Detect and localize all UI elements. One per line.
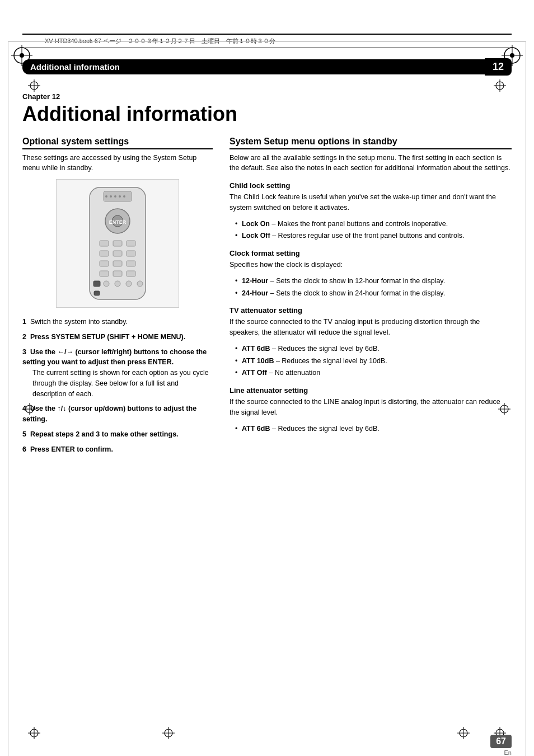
svg-point-65: [126, 281, 132, 287]
step-5-num: 5: [22, 430, 26, 438]
step-2-num: 2: [22, 333, 26, 341]
svg-rect-50: [100, 241, 109, 246]
svg-rect-52: [127, 241, 135, 246]
bullet-lock-on: Lock On – Makes the front panel buttons …: [235, 219, 512, 229]
section-header: Additional information 12: [22, 58, 512, 76]
bullet-line-att6db: ATT 6dB – Reduces the signal level by 6d…: [235, 424, 512, 434]
svg-point-42: [105, 195, 107, 198]
svg-rect-41: [104, 191, 132, 201]
step-1-num: 1: [22, 318, 26, 326]
step-4: 4 Use the ↑/↓ (cursor up/down) buttons t…: [22, 403, 213, 425]
svg-rect-59: [100, 271, 109, 276]
svg-rect-58: [127, 261, 135, 266]
svg-point-63: [104, 281, 109, 287]
svg-rect-62: [93, 281, 100, 287]
child-lock-body: The Child Lock feature is useful when yo…: [229, 192, 512, 213]
svg-point-64: [115, 281, 120, 287]
page: XV-HTD340.book 67 ページ ２００３年１２月２７日 土曜日 午前…: [0, 34, 534, 756]
svg-point-46: [123, 195, 125, 198]
clock-format-body: Specifies how the clock is displayed:: [229, 260, 512, 270]
step-1: 1 Switch the system into standby.: [22, 317, 213, 327]
bot-left-crosshair: [28, 727, 40, 739]
bullet-att6db: ATT 6dB – Reduces the signal level by 6d…: [235, 344, 512, 354]
step-6-num: 6: [22, 445, 26, 453]
line-att-title: Line attenuator setting: [229, 386, 512, 395]
chapter-label: Chapter 12: [22, 92, 512, 101]
svg-rect-56: [100, 261, 109, 266]
step-3-num: 3: [22, 348, 26, 356]
remote-control-svg: ENTER: [73, 185, 162, 302]
svg-rect-57: [113, 261, 122, 266]
step-6: 6 Press ENTER to confirm.: [22, 444, 213, 455]
section-header-label: Additional information: [22, 59, 485, 74]
corner-tl-decoration: [11, 45, 32, 66]
mid-right-crosshair: [498, 403, 510, 415]
header-text: XV-HTD340.book 67 ページ ２００３年１２月２７日 土曜日 午前…: [45, 37, 275, 44]
device-illustration: ENTER: [56, 179, 179, 308]
clock-format-bullets: 12-Hour – Sets the clock to show in 12-h…: [235, 276, 512, 299]
svg-point-43: [110, 195, 112, 198]
svg-rect-53: [100, 251, 109, 256]
tv-att-title: TV attenuator setting: [229, 306, 512, 314]
bullet-12hour: 12-Hour – Sets the clock to show in 12-h…: [235, 276, 512, 287]
page-lang: En: [490, 749, 512, 756]
svg-rect-54: [113, 251, 122, 256]
page-number: 67: [490, 735, 512, 748]
step-3-body: The current setting is shown for each op…: [22, 368, 213, 399]
step-2: 2 Press SYSTEM SETUP (SHIFT + HOME MENU)…: [22, 332, 213, 342]
svg-point-44: [114, 195, 116, 198]
step-5: 5 Repeat steps 2 and 3 to make other set…: [22, 429, 213, 440]
left-section-title: Optional system settings: [22, 137, 213, 149]
content-columns: Optional system settings These settings …: [22, 137, 512, 459]
bullet-att-off: ATT Off – No attenuation: [235, 368, 512, 378]
inner-tl-crosshair: [28, 79, 40, 92]
svg-rect-55: [127, 251, 135, 256]
left-column: Optional system settings These settings …: [22, 137, 213, 459]
bot-mid-left-crosshair: [162, 727, 175, 739]
corner-tr-decoration: [502, 45, 523, 66]
line-att-body: If the source connected to the LINE anal…: [229, 397, 512, 418]
left-section-intro: These settings are accessed by using the…: [22, 153, 213, 174]
bullet-24hour: 24-Hour – Sets the clock to show in 24-h…: [235, 288, 512, 299]
bullet-att10db: ATT 10dB – Reduces the signal level by 1…: [235, 356, 512, 367]
mid-left-crosshair: [24, 403, 36, 415]
page-footer: 67 En: [490, 735, 512, 756]
svg-rect-67: [94, 291, 100, 295]
svg-rect-60: [113, 271, 122, 276]
svg-rect-61: [127, 271, 135, 276]
svg-point-7: [510, 53, 514, 58]
child-lock-title: Child lock setting: [229, 181, 512, 190]
bullet-lock-off: Lock Off – Restores regular use of the f…: [235, 231, 512, 241]
svg-text:ENTER: ENTER: [109, 219, 127, 225]
right-section-intro: Below are all the available settings in …: [229, 153, 512, 174]
line-att-bullets: ATT 6dB – Reduces the signal level by 6d…: [235, 424, 512, 434]
chapter-title: Additional information: [22, 103, 512, 125]
bot-mid-right-crosshair: [457, 727, 470, 739]
right-column: System Setup menu options in standby Bel…: [229, 137, 512, 459]
tv-att-body: If the source connected to the TV analog…: [229, 317, 512, 338]
right-section-title: System Setup menu options in standby: [229, 137, 512, 149]
tv-att-bullets: ATT 6dB – Reduces the signal level by 6d…: [235, 344, 512, 378]
inner-tr-crosshair: [494, 79, 506, 92]
child-lock-bullets: Lock On – Makes the front panel buttons …: [235, 219, 512, 242]
svg-point-3: [20, 53, 24, 58]
header-bar: XV-HTD340.book 67 ページ ２００３年１２月２７日 土曜日 午前…: [22, 34, 512, 48]
step-3: 3 Use the ←/→ (cursor left/right) button…: [22, 347, 213, 400]
clock-format-title: Clock format setting: [229, 249, 512, 257]
svg-point-66: [137, 281, 143, 287]
svg-point-45: [119, 195, 121, 198]
svg-rect-51: [113, 241, 122, 246]
